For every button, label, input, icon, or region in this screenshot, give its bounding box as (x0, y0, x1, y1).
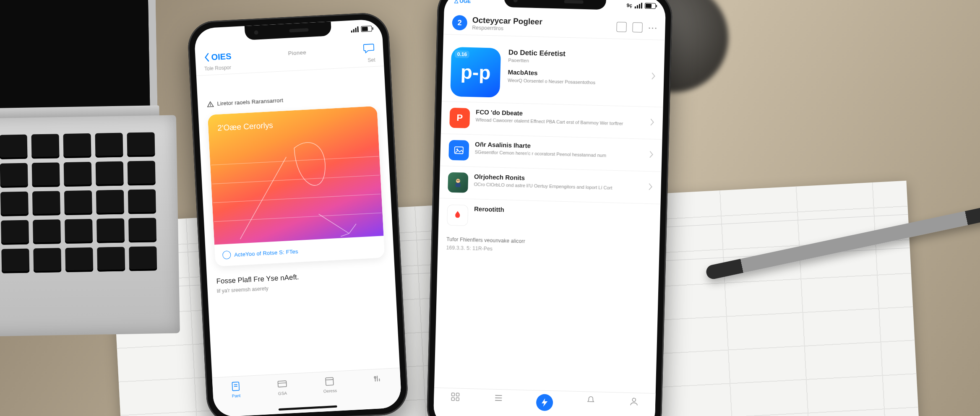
svg-line-10 (278, 383, 286, 383)
app-icon (448, 140, 469, 161)
tab-main[interactable] (536, 394, 553, 411)
tab-3[interactable]: Oeress (323, 376, 337, 394)
image-icon (453, 145, 464, 156)
svg-rect-17 (455, 183, 460, 187)
bolt-icon (540, 398, 550, 408)
action-square-icon[interactable] (616, 22, 627, 32)
feature-sub-2: WeorQ Oorsentel o Neuser Posasentothos (508, 77, 644, 87)
tab-list[interactable] (493, 393, 504, 403)
svg-line-3 (212, 175, 379, 184)
card-illustration (208, 106, 384, 245)
bell-icon (586, 395, 596, 406)
back-button[interactable]: OIES (203, 51, 232, 62)
doc-icon (230, 381, 241, 392)
action-square-icon-2[interactable] (632, 22, 643, 33)
list-item[interactable]: Oñr Asalinis Iharte SGesentfor Cemon her… (440, 134, 662, 172)
tab-label: GSA (278, 391, 287, 396)
battery-icon (645, 3, 656, 9)
content-area: Liretor raoels Raransarrort 2'Oæe Cerorl… (197, 86, 400, 382)
header-sub1: Tole Rospor (204, 65, 232, 72)
list-item[interactable]: P FCO 'do Dbeate Wfeoad Cawoorer otalemt… (441, 101, 663, 140)
avatar[interactable]: 2 (452, 15, 467, 31)
feature-logo-text: p-p (460, 60, 491, 84)
chevron-left-icon (203, 52, 210, 62)
svg-line-12 (326, 380, 333, 380)
warning-icon (207, 101, 214, 107)
tab-2[interactable]: GSA (276, 378, 288, 396)
list-item[interactable]: Rerootitth (438, 198, 661, 237)
app-icon (448, 172, 468, 193)
character-icon (452, 177, 464, 189)
settings-icon (371, 373, 383, 385)
page-subtitle: Respoerrtiros (472, 25, 542, 32)
phone-right: △ OGE 9ç 2 Octeyycar Pogleer Respoerrtir… (426, 0, 673, 416)
svg-line-5 (214, 213, 381, 222)
svg-line-2 (211, 156, 378, 165)
tab-home[interactable] (450, 392, 461, 402)
svg-rect-11 (326, 377, 334, 385)
svg-rect-9 (278, 381, 287, 387)
header-center: Pionee (288, 49, 306, 56)
tab-label: Oeress (323, 388, 337, 394)
svg-rect-20 (452, 393, 455, 396)
svg-point-0 (210, 105, 211, 106)
footer-text: Tufor Fhienflers veounvake alicorr 169.3… (438, 231, 659, 261)
svg-rect-23 (456, 398, 459, 400)
svg-point-27 (632, 398, 636, 401)
content-area: 0.16 p-p Do Detic Eéretist Paoertten Mac… (434, 41, 665, 397)
list-icon (493, 393, 504, 403)
tab-activity[interactable] (586, 395, 596, 406)
feature-card[interactable]: 2'Oæe Cerorlys (208, 106, 385, 267)
scene-photo: OIES Pionee Tole Rospor Set Liretor raoe… (0, 0, 980, 416)
card-hero: 2'Oæe Cerorlys (208, 106, 384, 245)
list-item[interactable]: Olrjohech Ronits OCro CIOrbLO ond astre … (439, 166, 662, 204)
svg-line-4 (213, 194, 381, 203)
chevron-right-icon (648, 183, 653, 192)
svg-rect-22 (451, 398, 454, 400)
signal-icon (635, 3, 642, 8)
card-icon (276, 378, 288, 390)
tab-profile[interactable] (629, 396, 639, 407)
window-icon (324, 376, 335, 387)
below-card: Fosse Plafl Fre Yse nAeft. lif ya'r sree… (216, 268, 386, 294)
svg-rect-1 (210, 103, 211, 104)
nav-header: 2 Octeyycar Pogleer Respoerrtiros ⋮ (443, 10, 665, 40)
svg-point-16 (456, 179, 460, 183)
status-time: 9ç (626, 3, 632, 8)
app-icon (447, 205, 468, 226)
chat-icon[interactable] (362, 43, 375, 55)
warning-line: Liretor raoels Raransarrort (207, 92, 376, 107)
battery-icon (361, 26, 372, 32)
card-footer-text: ActeYoo of Rotse S: FTes (234, 248, 298, 258)
info-icon (222, 250, 231, 259)
laptop (0, 0, 196, 296)
chevron-right-icon (651, 72, 656, 81)
list-title: Rerootitth (474, 205, 652, 217)
chevron-right-icon (650, 118, 654, 127)
user-icon (629, 396, 639, 407)
phone-left: OIES Pionee Tole Rospor Set Liretor raoe… (187, 12, 409, 416)
signal-icon (351, 26, 359, 33)
more-icon[interactable]: ⋮ (652, 23, 653, 32)
chevron-right-icon (649, 151, 654, 160)
flame-icon (452, 210, 463, 221)
feature-app-icon: 0.16 p-p (450, 47, 501, 98)
app-icon: P (449, 108, 470, 128)
status-left: △ OGE (454, 0, 471, 4)
warning-text: Liretor raoels Raransarrort (217, 97, 283, 107)
tab-1[interactable]: Pant (230, 381, 242, 398)
feature-row[interactable]: 0.16 p-p Do Detic Eéretist Paoertten Mac… (442, 41, 665, 107)
back-label: OIES (211, 51, 232, 62)
tab-label: Pant (232, 393, 241, 398)
feature-badge: 0.16 (455, 50, 470, 58)
header-sub2: Set (368, 57, 375, 63)
main-tab-circle (536, 394, 553, 411)
tab-4[interactable] (371, 373, 383, 386)
grid-icon (450, 392, 461, 402)
svg-rect-21 (456, 393, 459, 396)
svg-point-13 (374, 377, 376, 378)
